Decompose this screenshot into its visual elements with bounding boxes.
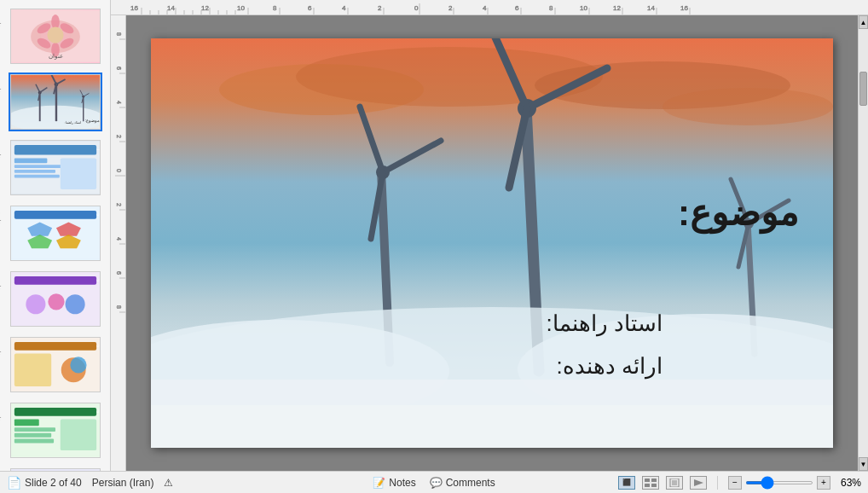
svg-text:4: 4 (116, 101, 122, 104)
svg-text:2: 2 (116, 203, 122, 206)
slide-title-text: موضوع: (678, 192, 799, 234)
svg-point-49 (65, 294, 84, 314)
svg-text:6: 6 (515, 4, 519, 12)
svg-rect-33 (14, 165, 63, 168)
svg-text:10: 10 (580, 4, 587, 12)
scroll-down-btn[interactable]: ▼ (859, 457, 868, 471)
accessibility-btn[interactable]: ⚠ (164, 477, 173, 489)
notes-icon: 📝 (373, 477, 385, 489)
comments-btn[interactable]: 💬 Comments (430, 477, 495, 489)
comments-label: Comments (446, 477, 495, 489)
slide-info-text: Slide 2 of 40 (25, 477, 82, 489)
status-bar: 📄 Slide 2 of 40 Persian (Iran) ⚠ 📝 Notes… (0, 471, 868, 493)
zoom-slider[interactable] (745, 481, 813, 484)
svg-text:6: 6 (116, 271, 122, 275)
svg-text:4: 4 (116, 237, 122, 241)
svg-text:0: 0 (414, 4, 419, 12)
svg-text:استاد راهنما:: استاد راهنما: (64, 120, 80, 125)
svg-text:16: 16 (680, 4, 688, 12)
slide-thumb-2[interactable]: 2 ★ (9, 72, 102, 131)
svg-rect-59 (14, 420, 38, 426)
ruler-horizontal: 16 14 12 10 8 6 4 2 0 2 4 6 8 10 12 14 1 (111, 0, 868, 15)
svg-text:عنوان: عنوان (48, 53, 62, 60)
svg-point-55 (70, 357, 86, 373)
slide-scene-svg (151, 38, 833, 448)
comments-icon: 💬 (430, 477, 443, 489)
svg-text:14: 14 (647, 4, 655, 12)
scroll-up-btn[interactable]: ▲ (859, 15, 868, 29)
svg-rect-160 (645, 478, 650, 482)
svg-text:12: 12 (201, 4, 209, 12)
zoom-in-btn[interactable]: + (817, 476, 830, 490)
slide-thumb-1[interactable]: 1 ★ عنوان (9, 7, 102, 66)
slide-presenter-text: ارائه دهنده: (557, 353, 663, 380)
svg-text:14: 14 (167, 4, 175, 12)
notes-label: Notes (389, 477, 415, 489)
svg-text:6: 6 (116, 67, 122, 70)
thumb-img-3: فهرست (10, 140, 101, 195)
scroll-thumb-v[interactable] (859, 72, 867, 106)
ruler-h-svg: 16 14 12 10 8 6 4 2 0 2 4 6 8 10 12 14 1 (126, 0, 868, 14)
language-text: Persian (Iran) (92, 477, 154, 489)
thumb-img-2: موضوع: استاد راهنما: (10, 74, 101, 130)
star-icon-1: ★ (0, 20, 2, 28)
svg-text:2: 2 (448, 4, 453, 12)
svg-rect-52 (14, 342, 95, 351)
slide-instructor-text: استاد راهنما: (547, 310, 663, 337)
thumb-svg-7: مثال (11, 403, 100, 457)
view-sorter-btn[interactable] (642, 476, 659, 490)
svg-rect-35 (14, 175, 59, 178)
svg-text:4: 4 (342, 4, 346, 12)
thumb-svg-2: موضوع: استاد راهنما: (11, 75, 100, 129)
svg-rect-58 (14, 408, 95, 416)
slide-thumb-4[interactable]: 4 ★ عنوان (9, 204, 102, 263)
svg-rect-62 (14, 439, 53, 444)
notes-btn[interactable]: 📝 Notes (373, 477, 415, 489)
slide-thumb-7[interactable]: 7 ★ مثال (9, 401, 102, 460)
svg-text:12: 12 (613, 4, 621, 12)
view-normal-btn[interactable]: ⬛ (618, 476, 635, 490)
star-icon-5: ★ (0, 282, 2, 291)
slide-thumb-5[interactable]: 5 ★ عنوان (9, 270, 102, 328)
view-slideshow-btn[interactable] (690, 476, 707, 490)
slideshow-icon (692, 478, 704, 487)
star-icon-2: ★ (0, 85, 2, 94)
language-info[interactable]: Persian (Iran) (92, 477, 154, 489)
scroll-track-v[interactable] (859, 29, 868, 457)
slide-container[interactable]: موضوع: استاد راهنما: ارائه دهنده: (151, 38, 833, 448)
thumb-svg-4: عنوان (11, 206, 100, 260)
svg-rect-53 (14, 354, 50, 387)
svg-point-9 (47, 26, 63, 43)
canvas-with-vruler: 8 6 4 2 0 2 4 6 (111, 15, 868, 471)
svg-text:8: 8 (549, 4, 553, 12)
thumb-img-4: عنوان (10, 206, 101, 261)
thumb-img-6: عنوان (10, 337, 101, 392)
svg-rect-46 (14, 276, 95, 285)
star-icon-7: ★ (0, 414, 2, 422)
zoom-controls: − + 63% (728, 476, 861, 490)
svg-rect-115 (111, 15, 126, 471)
svg-text:مثال: مثال (96, 409, 100, 413)
thumb-img-5: عنوان (10, 271, 101, 327)
thumb-svg-3: فهرست (11, 141, 100, 194)
ruler-vertical: 8 6 4 2 0 2 4 6 (111, 15, 126, 471)
accessibility-icon: ⚠ (164, 477, 173, 489)
zoom-out-btn[interactable]: − (728, 476, 742, 490)
slide-thumb-6[interactable]: 6 ★ عنوان (9, 335, 102, 394)
view-reading-btn[interactable] (666, 476, 683, 490)
slide-canvas[interactable]: موضوع: استاد راهنما: ارائه دهنده: (126, 15, 858, 471)
svg-point-139 (663, 88, 833, 125)
slide-icon: 📄 (7, 476, 21, 490)
scrollbar-vertical[interactable]: ▲ ▼ (858, 15, 868, 471)
svg-rect-63 (60, 420, 95, 451)
main-area: 1 ★ عنوان (0, 0, 868, 471)
thumb-svg-5: عنوان (11, 272, 100, 326)
svg-rect-60 (14, 427, 55, 432)
slide-thumb-3[interactable]: 3 ★ فهرست (9, 138, 102, 197)
svg-text:8: 8 (273, 4, 277, 12)
slide-info[interactable]: 📄 Slide 2 of 40 (7, 476, 82, 490)
status-right: ⬛ − + (618, 476, 861, 490)
separator (717, 476, 718, 490)
svg-rect-159 (151, 405, 833, 448)
svg-rect-161 (651, 478, 657, 482)
